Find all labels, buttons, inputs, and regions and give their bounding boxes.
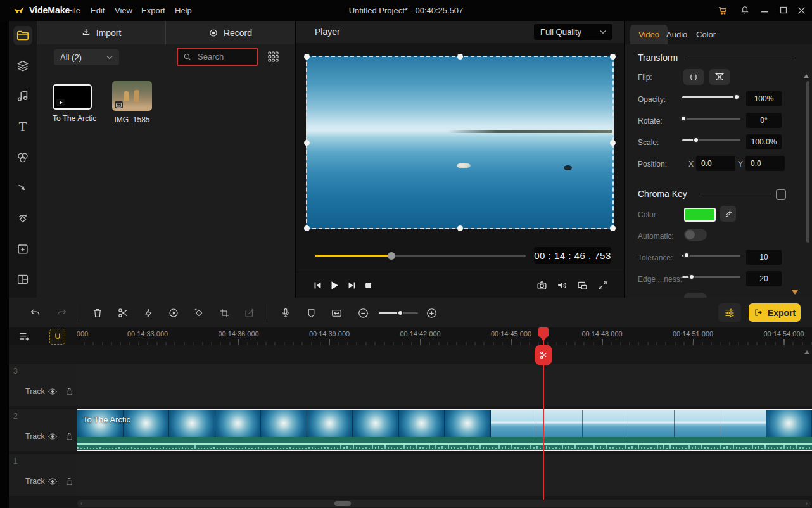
resize-handle[interactable] [610,140,616,146]
quality-dropdown[interactable]: Full Quality [534,24,612,40]
resize-handle[interactable] [457,54,463,60]
resize-handle[interactable] [304,54,310,60]
previous-frame-button[interactable] [310,277,325,293]
tolerance-slider[interactable] [682,251,740,259]
voiceover-mic-icon[interactable] [279,306,293,320]
text-tool-icon[interactable]: T [13,117,32,136]
track-visibility-eye-icon[interactable] [47,386,58,397]
grid-view-icon[interactable] [268,51,279,62]
zoom-in-icon[interactable] [424,306,438,320]
resize-handle[interactable] [304,225,310,231]
menu-edit[interactable]: Edit [91,6,105,15]
track-lock-icon[interactable] [63,386,75,397]
resize-handle[interactable] [610,54,616,60]
track-row-3[interactable] [76,364,812,406]
opacity-slider[interactable] [682,93,740,101]
resize-handle[interactable] [610,225,616,231]
media-folder-icon[interactable] [13,26,32,45]
scroll-down-icon[interactable] [792,290,798,295]
volume-icon[interactable] [554,277,569,293]
media-filter-dropdown[interactable]: All (2) [54,49,119,65]
menu-view[interactable]: View [115,6,132,15]
scroll-right-icon[interactable]: › [806,500,808,507]
bell-icon[interactable] [738,4,752,16]
eyedropper-icon[interactable] [720,206,736,222]
timeline-clip[interactable]: To The Arctic [77,409,812,451]
snapshot-camera-icon[interactable] [534,277,549,293]
close-icon[interactable] [794,4,808,16]
track-visibility-eye-icon[interactable] [47,476,58,486]
stock-layers-icon[interactable] [13,56,32,75]
cart-icon[interactable] [716,4,730,16]
minimize-icon[interactable] [758,4,771,16]
chroma-color-swatch[interactable] [684,208,716,222]
track-row-2[interactable]: To The Arctic [76,409,812,451]
playback-speed-icon[interactable] [167,306,181,320]
next-frame-button[interactable] [344,277,359,293]
stop-button[interactable] [360,277,376,293]
track-lock-icon[interactable] [63,431,75,441]
edge-thickness-value[interactable] [746,271,782,286]
fullscreen-icon[interactable] [595,277,610,293]
scroll-left-icon[interactable]: ‹ [80,500,82,507]
transitions-icon[interactable] [13,179,32,198]
playback-progress-slider[interactable] [315,252,526,260]
filters-icon[interactable] [13,148,32,167]
speed-bolt-icon[interactable] [141,306,155,320]
split-screen-icon[interactable] [13,270,32,289]
tab-record[interactable]: Record [165,21,295,44]
playhead-marker[interactable] [538,327,549,337]
export-button[interactable]: Export [749,303,801,322]
track-lock-icon[interactable] [63,476,75,486]
resize-handle[interactable] [304,140,310,146]
progress-knob[interactable] [388,252,395,260]
scroll-up-icon[interactable] [804,74,809,78]
audio-music-icon[interactable] [13,87,32,106]
position-x-field[interactable] [696,156,735,171]
timeline-horizontal-scrollbar[interactable]: ‹ › [77,500,811,507]
elements-icon[interactable] [13,239,32,258]
properties-scrollbar[interactable] [806,81,809,243]
cut-scissors-badge[interactable] [535,345,552,365]
pip-icon[interactable] [574,277,590,293]
motion-icon[interactable] [13,209,32,228]
resize-handle[interactable] [457,225,463,231]
position-y-field[interactable] [745,156,785,171]
media-item-video[interactable]: To The Arctic [53,84,92,123]
track-visibility-eye-icon[interactable] [47,431,58,441]
opacity-value[interactable] [746,91,782,106]
marker-shield-icon[interactable] [304,306,318,320]
scrollbar-thumb[interactable] [334,501,351,506]
flip-horizontal-button[interactable] [683,69,704,85]
snap-magnet-icon[interactable] [49,329,65,345]
timeline-zoom-slider[interactable] [379,309,418,317]
menu-export[interactable]: Export [141,6,165,15]
zoom-out-icon[interactable] [356,306,370,320]
split-scissors-icon[interactable] [116,306,130,320]
video-preview-canvas[interactable] [306,56,614,229]
maximize-icon[interactable] [777,4,790,16]
adjust-settings-icon[interactable] [718,303,741,322]
redo-icon[interactable] [54,306,68,320]
track-row-1[interactable] [76,454,812,496]
chroma-key-checkbox[interactable] [776,189,786,200]
tab-import[interactable]: Import [37,21,165,44]
play-button[interactable] [326,277,341,293]
timeline-scroll-up-icon[interactable] [804,350,809,354]
tab-color[interactable]: Color [688,25,724,44]
rotate-slider[interactable] [682,115,740,122]
scale-slider[interactable] [682,136,740,144]
search-input[interactable] [196,51,250,62]
edit-icon[interactable] [243,306,257,320]
tolerance-value[interactable] [746,250,782,265]
delete-trash-icon[interactable] [91,306,105,320]
fit-timeline-icon[interactable] [329,306,343,320]
add-track-icon[interactable] [18,329,32,343]
timeline-ruler[interactable]: 00000:14:33.00000:14:36.00000:14:39.0000… [76,327,812,345]
edge-thickness-slider[interactable] [682,273,740,281]
flip-vertical-button[interactable] [709,69,730,85]
keyframe-icon[interactable] [192,306,206,320]
menu-help[interactable]: Help [175,6,192,15]
undo-icon[interactable] [28,306,42,320]
automatic-toggle[interactable] [684,229,707,241]
